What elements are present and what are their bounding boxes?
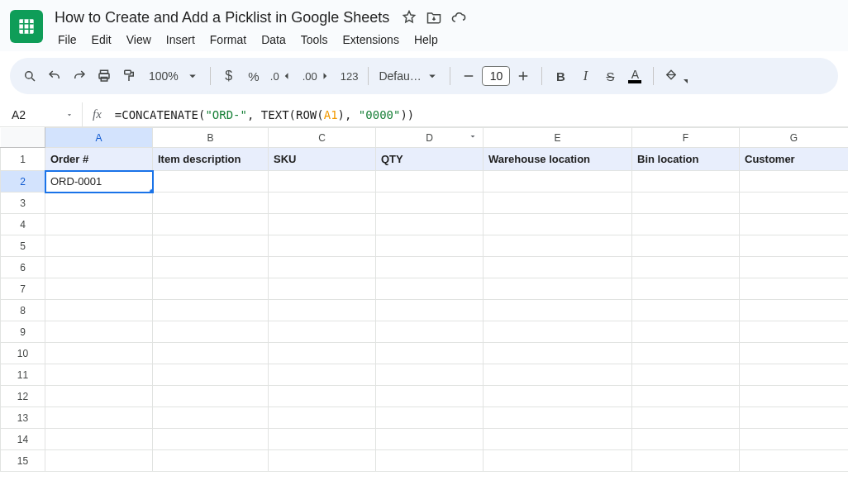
- increase-decimal-icon[interactable]: .00: [299, 64, 336, 88]
- row-header-1[interactable]: 1: [1, 148, 45, 171]
- cell-D8[interactable]: [376, 300, 484, 321]
- menu-file[interactable]: File: [51, 30, 83, 50]
- name-box[interactable]: A2: [0, 102, 83, 126]
- cell-C8[interactable]: [269, 300, 376, 321]
- cell-F2[interactable]: [632, 171, 740, 193]
- cell-B12[interactable]: [153, 386, 269, 407]
- cell-C13[interactable]: [269, 407, 376, 429]
- row-header-9[interactable]: 9: [1, 321, 45, 343]
- cell-C6[interactable]: [269, 257, 376, 278]
- menu-format[interactable]: Format: [203, 30, 253, 50]
- row-header-5[interactable]: 5: [1, 235, 45, 257]
- select-all-corner[interactable]: [1, 128, 45, 148]
- row-header-3[interactable]: 3: [1, 193, 45, 214]
- redo-icon[interactable]: [68, 64, 91, 88]
- font-size-increase-icon[interactable]: [512, 64, 535, 88]
- cell-F15[interactable]: [632, 450, 740, 472]
- percent-icon[interactable]: %: [242, 64, 265, 88]
- strikethrough-icon[interactable]: S: [598, 64, 622, 88]
- cell-G10[interactable]: [740, 343, 849, 364]
- cell-C11[interactable]: [269, 364, 376, 386]
- cell-G15[interactable]: [740, 450, 849, 472]
- cell-A8[interactable]: [45, 300, 153, 321]
- cell-B1[interactable]: Item description: [153, 148, 269, 171]
- cell-D1[interactable]: QTY: [376, 148, 484, 171]
- cell-G2[interactable]: [740, 171, 849, 193]
- cell-C14[interactable]: [269, 429, 376, 450]
- cell-E11[interactable]: [484, 364, 632, 386]
- cell-E4[interactable]: [484, 214, 632, 235]
- cell-G4[interactable]: [740, 214, 849, 235]
- cell-F14[interactable]: [632, 429, 740, 450]
- cell-E15[interactable]: [484, 450, 632, 472]
- col-header-F[interactable]: F: [632, 128, 740, 148]
- cell-D3[interactable]: [376, 193, 484, 214]
- cell-E14[interactable]: [484, 429, 632, 450]
- cell-C15[interactable]: [269, 450, 376, 472]
- cell-D11[interactable]: [376, 364, 484, 386]
- row-header-10[interactable]: 10: [1, 343, 45, 364]
- cell-G5[interactable]: [740, 235, 849, 257]
- cell-B13[interactable]: [153, 407, 269, 429]
- cell-D10[interactable]: [376, 343, 484, 364]
- cell-E1[interactable]: Warehouse location: [484, 148, 632, 171]
- font-size-decrease-icon[interactable]: [457, 64, 480, 88]
- row-header-4[interactable]: 4: [1, 214, 45, 235]
- cell-A5[interactable]: [45, 235, 153, 257]
- cell-B14[interactable]: [153, 429, 269, 450]
- paint-format-icon[interactable]: [117, 64, 141, 88]
- cell-E9[interactable]: [484, 321, 632, 343]
- cell-C7[interactable]: [269, 278, 376, 300]
- col-header-G[interactable]: G: [740, 128, 849, 148]
- cell-D2[interactable]: [376, 171, 484, 193]
- cell-B9[interactable]: [153, 321, 269, 343]
- cell-F1[interactable]: Bin location: [632, 148, 740, 171]
- cell-A1[interactable]: Order #: [45, 148, 153, 171]
- cell-A2[interactable]: ORD-0001: [45, 171, 153, 193]
- cell-C5[interactable]: [269, 235, 376, 257]
- row-header-6[interactable]: 6: [1, 257, 45, 278]
- cell-G6[interactable]: [740, 257, 849, 278]
- cell-D4[interactable]: [376, 214, 484, 235]
- menu-insert[interactable]: Insert: [160, 30, 202, 50]
- cell-E2[interactable]: [484, 171, 632, 193]
- document-title[interactable]: How to Create and Add a Picklist in Goog…: [51, 7, 393, 28]
- cell-A15[interactable]: [45, 450, 153, 472]
- cell-A7[interactable]: [45, 278, 153, 300]
- undo-icon[interactable]: [43, 64, 66, 88]
- print-icon[interactable]: [93, 64, 116, 88]
- menu-data[interactable]: Data: [255, 30, 293, 50]
- cell-A6[interactable]: [45, 257, 153, 278]
- cell-E12[interactable]: [484, 386, 632, 407]
- cell-E10[interactable]: [484, 343, 632, 364]
- cell-F5[interactable]: [632, 235, 740, 257]
- cell-A11[interactable]: [45, 364, 153, 386]
- cell-A14[interactable]: [45, 429, 153, 450]
- zoom-dropdown[interactable]: 100%: [142, 64, 203, 88]
- cell-E7[interactable]: [484, 278, 632, 300]
- cell-A3[interactable]: [45, 193, 153, 214]
- row-header-8[interactable]: 8: [1, 300, 45, 321]
- cell-G7[interactable]: [740, 278, 849, 300]
- cell-G3[interactable]: [740, 193, 849, 214]
- cell-C1[interactable]: SKU: [269, 148, 376, 171]
- row-header-15[interactable]: 15: [1, 450, 45, 472]
- sheets-logo[interactable]: [10, 10, 43, 43]
- cell-C9[interactable]: [269, 321, 376, 343]
- row-header-2[interactable]: 2: [1, 171, 45, 193]
- cell-B15[interactable]: [153, 450, 269, 472]
- cell-G9[interactable]: [740, 321, 849, 343]
- cell-A13[interactable]: [45, 407, 153, 429]
- cell-B7[interactable]: [153, 278, 269, 300]
- text-color-icon[interactable]: A: [623, 64, 646, 88]
- cell-D5[interactable]: [376, 235, 484, 257]
- cell-G14[interactable]: [740, 429, 849, 450]
- cell-C4[interactable]: [269, 214, 376, 235]
- cell-F7[interactable]: [632, 278, 740, 300]
- cell-E13[interactable]: [484, 407, 632, 429]
- cell-D9[interactable]: [376, 321, 484, 343]
- search-menus-icon[interactable]: [18, 64, 41, 88]
- cell-G11[interactable]: [740, 364, 849, 386]
- cell-F4[interactable]: [632, 214, 740, 235]
- column-dropdown-icon[interactable]: [468, 131, 478, 144]
